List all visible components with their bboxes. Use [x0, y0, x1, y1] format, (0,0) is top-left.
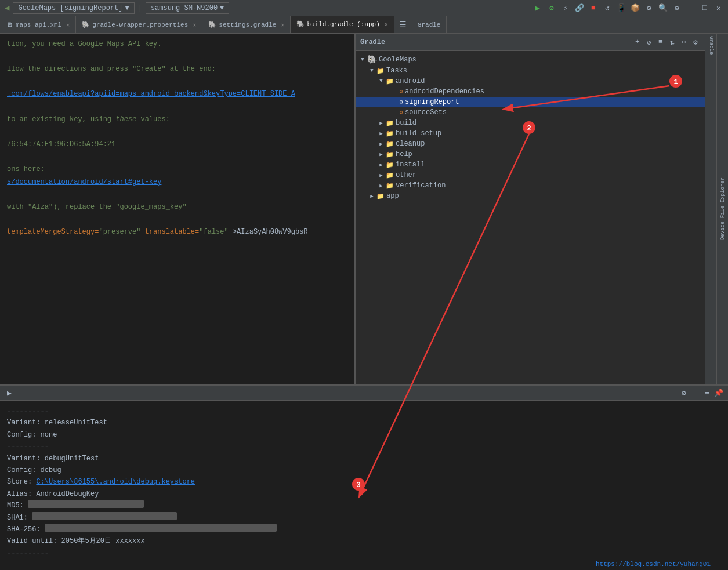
gear-android-deps-icon: ⚙	[400, 88, 403, 95]
run-icon[interactable]: ▶	[533, 3, 542, 13]
gradle-sort-icon[interactable]: ⇅	[668, 38, 677, 47]
sdk-icon[interactable]: 📦	[631, 3, 640, 13]
tab-maps-api[interactable]: 🗎 maps_api.xml ✕	[1, 16, 76, 33]
list-bottom-icon[interactable]: ≡	[702, 389, 712, 398]
tab-close-build-gradle[interactable]: ✕	[385, 21, 388, 28]
editor-line-9: 76:54:7A:E1:96:D6:5A:94:21	[7, 139, 347, 151]
attach-icon[interactable]: 🔗	[575, 3, 584, 13]
avd-icon[interactable]: 📱	[617, 3, 626, 13]
tab-close-gradle-wrapper[interactable]: ✕	[193, 21, 196, 28]
tree-item-android[interactable]: ▼ 📁 android	[356, 76, 716, 86]
tree-label-verification: verification	[396, 181, 446, 190]
tab-label: build.gradle (:app)	[307, 21, 379, 28]
editor-pane: tion, you need a Google Maps API key. ll…	[0, 34, 355, 416]
tree-item-build-setup[interactable]: ▶ 📁 build setup	[356, 128, 716, 139]
tab-gradle-wrapper[interactable]: 🐘 gradle-wrapper.properties ✕	[76, 16, 202, 33]
tree-item-install[interactable]: ▶ 📁 install	[356, 159, 716, 170]
tree-expand-other-icon: ▶	[376, 172, 386, 179]
tree-item-build[interactable]: ▶ 📁 build	[356, 118, 716, 128]
tree-label-app: app	[386, 192, 399, 200]
tab-options[interactable]: ☰	[394, 16, 412, 33]
store-link[interactable]: C:\Users\86155\.android\debug.keystore	[36, 478, 195, 486]
tree-item-android-dependencies[interactable]: ▶ ⚙ androidDependencies	[356, 86, 716, 97]
settings2-icon[interactable]: ⚙	[672, 3, 682, 13]
tree-label-android: android	[396, 77, 425, 85]
editor-line-7: to an existing key, using these values:	[7, 114, 347, 126]
tree-label-source-sets: sourceSets	[405, 108, 447, 117]
settings-icon[interactable]: ⚙	[644, 3, 654, 13]
tab-build-gradle[interactable]: 🐘 build.gradle (:app) ✕	[291, 16, 394, 33]
bottom-line-sha1: SHA1:	[7, 512, 721, 524]
minimize-icon[interactable]: –	[686, 3, 696, 13]
bottom-line-separator3: ----------	[7, 547, 721, 559]
minimize-bottom-icon[interactable]: –	[691, 389, 700, 398]
device-dropdown[interactable]: samsung SM-N9200 ▼	[146, 2, 229, 14]
sha256-value	[45, 524, 277, 532]
search-icon[interactable]: 🔍	[658, 3, 668, 13]
device-explorer-strip[interactable]: Device File Explorer	[716, 34, 728, 384]
bottom-line-store: Store: C:\Users\86155\.android\debug.key…	[7, 476, 721, 488]
stop-icon[interactable]: ■	[589, 3, 598, 13]
editor-line-14: with "AIza"), replace the "google_maps_k…	[7, 201, 347, 214]
profile-icon[interactable]: ⚡	[561, 3, 570, 13]
tree-item-googlemaps[interactable]: ▼ 🐘 GooleMaps	[356, 53, 716, 66]
run-output-icon[interactable]: ▶	[5, 389, 14, 398]
divider: |	[138, 4, 142, 12]
title-bar: ◀ GooleMaps [signingReport] ▼ | samsung …	[0, 0, 728, 16]
tab-label: Gradle	[418, 21, 441, 28]
tree-label-googlemaps: GooleMaps	[379, 56, 416, 64]
tree-item-signing-report[interactable]: ▶ ⚙ signingReport	[356, 97, 716, 107]
bottom-line-valid: Valid until: 2050年5月20日 xxxxxxx	[7, 535, 721, 547]
debug-icon[interactable]: ⚙	[547, 3, 556, 13]
folder-install-icon: 📁	[386, 161, 394, 169]
editor-line-4	[7, 76, 347, 89]
settings-bottom-icon[interactable]: ⚙	[679, 389, 689, 398]
gradle-side-label[interactable]: Gradle	[708, 36, 714, 55]
tree-item-other[interactable]: ▶ 📁 other	[356, 170, 716, 180]
tab-settings-gradle[interactable]: 🐘 settings.gradle ✕	[202, 16, 291, 33]
tree-item-cleanup[interactable]: ▶ 📁 cleanup	[356, 139, 716, 149]
tab-gradle[interactable]: Gradle	[412, 16, 447, 33]
gradle-expand-icon[interactable]: ↔	[679, 38, 689, 47]
md5-value	[28, 500, 144, 508]
bottom-panel: ▶ ⚙ – ≡ 📌 ---------- Variant: releaseUni…	[0, 384, 728, 570]
bottom-line-alias: Alias: AndroidDebugKey	[7, 488, 721, 500]
tree-item-source-sets[interactable]: ▶ ⚙ sourceSets	[356, 107, 716, 118]
sha1-value	[32, 512, 177, 520]
tree-expand-cleanup-icon: ▶	[376, 141, 386, 147]
maximize-icon[interactable]: □	[700, 3, 709, 13]
tree-item-help[interactable]: ▶ 📁 help	[356, 149, 716, 159]
tree-label-other: other	[396, 171, 416, 179]
editor-line-10	[7, 151, 347, 164]
editor-line-2	[7, 51, 347, 64]
xml-icon: 🗎	[7, 21, 13, 28]
tree-item-tasks[interactable]: ▼ 📁 Tasks	[356, 66, 716, 76]
bottom-line-separator1: ----------	[7, 405, 721, 417]
gradle-list-icon[interactable]: ≡	[656, 38, 665, 47]
bottom-line-config1: Config: none	[7, 429, 721, 441]
back-icon[interactable]: ◀	[5, 3, 9, 13]
folder-android-icon: 📁	[386, 78, 394, 85]
gradle-add-icon[interactable]: +	[633, 38, 642, 47]
sync-icon[interactable]: ↺	[603, 3, 612, 13]
tree-expand-install-icon: ▶	[376, 162, 386, 168]
tree-item-verification[interactable]: ▶ 📁 verification	[356, 180, 716, 191]
run-config-dropdown[interactable]: GooleMaps [signingReport] ▼	[13, 2, 134, 14]
tab-close-settings-gradle[interactable]: ✕	[281, 21, 284, 28]
gradle-panel-title: Gradle	[360, 38, 385, 46]
main-layout: tion, you need a Google Maps API key. ll…	[0, 34, 728, 570]
build-gradle-icon: 🐘	[296, 20, 305, 28]
gradle-refresh-icon[interactable]: ↺	[644, 38, 654, 47]
bottom-toolbar-left: ▶	[5, 389, 14, 398]
tree-item-app[interactable]: ▶ 📁 app	[356, 191, 716, 201]
tree-expand-help-icon: ▶	[376, 151, 386, 158]
folder-help-icon: 📁	[386, 151, 394, 158]
tab-bar: 🗎 maps_api.xml ✕ 🐘 gradle-wrapper.proper…	[0, 16, 728, 34]
bottom-line-separator2: ----------	[7, 441, 721, 452]
close-icon[interactable]: ✕	[714, 3, 723, 13]
run-config-label: GooleMaps [signingReport]	[18, 4, 122, 12]
pin-bottom-icon[interactable]: 📌	[714, 389, 723, 398]
gradle-settings-icon[interactable]: ⚙	[691, 38, 700, 47]
tree-label-build-setup: build setup	[396, 129, 441, 137]
tab-close-maps-api[interactable]: ✕	[66, 21, 70, 28]
